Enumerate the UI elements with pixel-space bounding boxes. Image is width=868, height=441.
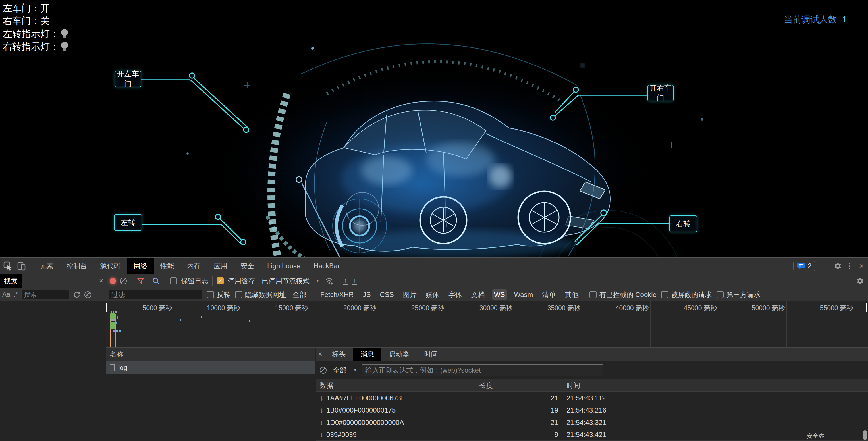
check-icon: ✓ — [218, 278, 222, 284]
network-overview-timeline[interactable]: 5000 毫秒 10000 毫秒 15000 毫秒 20000 毫秒 25000… — [106, 302, 868, 348]
network-settings-gear-icon[interactable] — [854, 275, 865, 287]
tabbar-right-separator — [822, 261, 822, 271]
received-arrow-icon: ↓ — [320, 429, 323, 441]
match-case-toggle[interactable]: Aa — [2, 291, 10, 298]
throttling-select[interactable]: 已停用节流模式 — [262, 277, 310, 286]
network-filter-bar: 反转 隐藏数据网址 全部 Fetch/XHR JS CSS 图片 媒体 字体 文… — [106, 288, 868, 302]
col-time[interactable]: 时间 — [562, 379, 868, 392]
clear-search-icon[interactable] — [85, 291, 91, 298]
third-party-checkbox[interactable] — [716, 291, 724, 298]
col-data[interactable]: 数据 — [316, 379, 475, 392]
tab-security[interactable]: 安全 — [234, 258, 260, 274]
invert-checkbox[interactable] — [207, 291, 214, 298]
col-length[interactable]: 长度 — [475, 379, 562, 392]
hide-data-urls-checkbox[interactable] — [235, 291, 242, 298]
left-signal-label: 左转指示灯： — [3, 27, 59, 40]
filter-type-manifest[interactable]: 清单 — [540, 289, 558, 301]
filter-type-font[interactable]: 字体 — [446, 289, 464, 301]
tab-messages[interactable]: 消息 — [353, 348, 381, 361]
refresh-icon[interactable] — [72, 290, 81, 299]
invert-label: 反转 — [217, 290, 230, 299]
turn-left-button[interactable]: 左转 — [114, 214, 142, 231]
open-right-door-button[interactable]: 开右车门 — [647, 85, 674, 101]
filter-funnel-icon[interactable] — [135, 275, 146, 287]
search-input[interactable] — [21, 290, 69, 299]
filter-type-ws[interactable]: WS — [492, 289, 507, 300]
throttling-dropdown-icon[interactable]: ▼ — [316, 279, 319, 283]
message-row[interactable]: ↓1AA#7FFF00000000673F 21 21:54:43.112 — [316, 392, 868, 404]
search-panel-title[interactable]: 搜索 — [0, 274, 22, 288]
tab-hackbar[interactable]: HackBar — [307, 258, 346, 274]
blocked-requests-label: 被屏蔽的请求 — [671, 290, 712, 299]
turn-right-button[interactable]: 右转 — [669, 215, 697, 232]
import-har-icon[interactable]: ↑ — [343, 277, 348, 285]
tab-lighthouse[interactable]: Lighthouse — [260, 258, 307, 274]
filter-type-js[interactable]: JS — [361, 289, 373, 300]
tab-network[interactable]: 网络 — [127, 258, 154, 274]
tab-timing[interactable]: 时间 — [417, 348, 445, 361]
message-type-dropdown-icon[interactable]: ▼ — [353, 368, 357, 372]
message-count: 2 — [808, 262, 811, 270]
tab-memory[interactable]: 内存 — [181, 258, 207, 274]
timeline-left-handle[interactable] — [106, 303, 107, 312]
issues-message-badge[interactable]: 2 — [793, 260, 815, 271]
messages-regex-input[interactable] — [362, 364, 603, 376]
message-row[interactable]: ↓1B0#000F0000000175 19 21:54:43.216 — [316, 404, 868, 416]
request-row-log[interactable]: log — [106, 361, 315, 374]
search-results-empty — [0, 302, 106, 441]
tab-application[interactable]: 应用 — [207, 258, 234, 274]
received-arrow-icon: ↓ — [320, 392, 323, 404]
filter-type-other[interactable]: 其他 — [563, 289, 581, 301]
filter-type-wasm[interactable]: Wasm — [512, 289, 535, 300]
timeline-right-handle[interactable] — [866, 303, 867, 312]
request-detail-tabs: × 标头 消息 启动器 时间 — [316, 348, 868, 361]
clear-messages-icon[interactable] — [320, 367, 327, 374]
tab-initiator[interactable]: 启动器 — [381, 348, 417, 361]
message-length: 21 — [475, 392, 562, 404]
search-close-icon[interactable]: × — [97, 277, 106, 285]
devtools-close-icon[interactable]: × — [857, 261, 866, 271]
filter-type-img[interactable]: 图片 — [401, 289, 419, 301]
blocked-cookies-label: 有已拦截的 Cookie — [599, 290, 656, 299]
inspect-element-icon[interactable] — [2, 260, 13, 272]
open-left-door-button[interactable]: 开左车门 — [115, 71, 141, 87]
export-har-icon[interactable]: ↓ — [352, 277, 357, 285]
filter-type-media[interactable]: 媒体 — [424, 289, 442, 301]
request-list-header[interactable]: 名称 — [106, 348, 315, 361]
filter-type-fetch-xhr[interactable]: Fetch/XHR — [318, 289, 356, 300]
debug-user-count: 1 — [842, 14, 847, 25]
chat-icon — [797, 262, 805, 270]
clear-network-log-icon[interactable] — [120, 278, 127, 284]
record-network-log-icon[interactable] — [110, 278, 116, 284]
disable-cache-checkbox[interactable]: ✓ — [217, 277, 224, 284]
regex-toggle[interactable]: .* — [13, 291, 18, 298]
tab-elements[interactable]: 元素 — [33, 258, 60, 274]
message-row[interactable]: ↓039#0039 9 21:54:43.421 — [316, 429, 868, 441]
scrollbar-thumb[interactable] — [863, 431, 867, 440]
network-conditions-icon[interactable] — [323, 275, 335, 287]
message-row[interactable]: ↓1D0#000000000000000A 21 21:54:43.321 — [316, 416, 868, 429]
tab-console[interactable]: 控制台 — [60, 258, 94, 274]
device-toolbar-icon[interactable] — [16, 260, 27, 272]
vehicle-status-block: 左车门：开 右车门：关 左转指示灯： 右转指示灯： — [3, 2, 68, 53]
tab-headers[interactable]: 标头 — [324, 348, 353, 361]
message-type-select[interactable]: 全部 — [333, 366, 346, 375]
preserve-log-checkbox[interactable] — [170, 277, 177, 284]
more-options-kebab-icon[interactable] — [847, 263, 852, 270]
tab-sources[interactable]: 源代码 — [94, 258, 127, 274]
tabbar-separator — [30, 261, 30, 271]
blocked-cookies-checkbox[interactable] — [589, 291, 596, 298]
settings-gear-icon[interactable] — [831, 260, 843, 272]
left-signal-bulb-icon — [61, 29, 68, 39]
tab-performance[interactable]: 性能 — [154, 258, 181, 274]
devtools-tabbar: 元素 控制台 源代码 网络 性能 内存 应用 安全 Lighthouse Hac… — [0, 258, 868, 274]
filter-type-doc[interactable]: 文档 — [469, 289, 487, 301]
search-network-icon[interactable] — [150, 275, 162, 287]
filter-type-all[interactable]: 全部 — [290, 289, 309, 301]
network-toolbar: 保留日志 ✓ 停用缓存 已停用节流模式 ▼ ↑ ↓ — [106, 274, 868, 288]
blocked-requests-checkbox[interactable] — [661, 291, 668, 298]
filter-type-css[interactable]: CSS — [377, 289, 396, 300]
timeline-tick: 35000 毫秒 — [525, 304, 580, 313]
detail-close-icon[interactable]: × — [316, 350, 324, 358]
filter-input[interactable] — [108, 290, 203, 300]
